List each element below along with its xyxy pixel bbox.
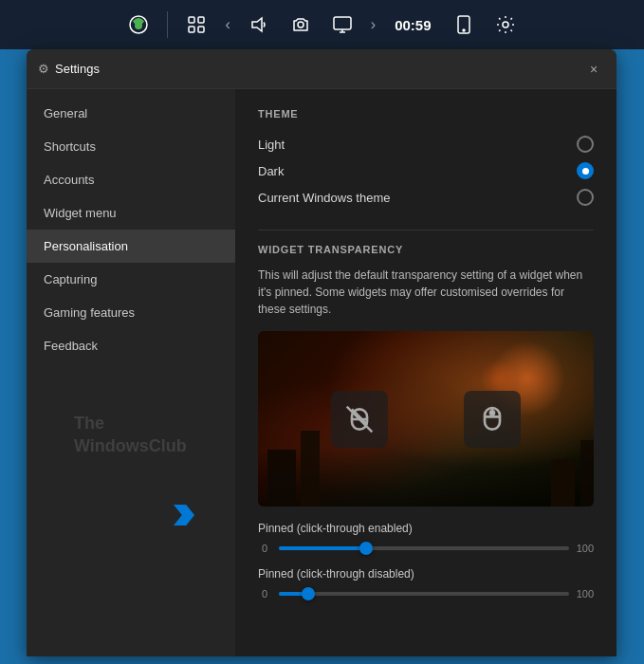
slider-disabled-label: Pinned (click-through disabled) xyxy=(258,567,594,581)
slider-pinned-enabled: Pinned (click-through enabled) 0 100 xyxy=(258,522,594,554)
svg-rect-3 xyxy=(198,17,204,23)
section-divider-1 xyxy=(258,230,594,231)
slider-enabled-min: 0 xyxy=(258,543,271,554)
svg-rect-2 xyxy=(189,17,194,23)
svg-point-17 xyxy=(490,411,494,415)
widget-mouse-disabled xyxy=(331,391,388,448)
sidebar-item-personalisation[interactable]: Personalisation xyxy=(27,230,235,263)
theme-windows-label: Current Windows theme xyxy=(258,191,390,205)
sidebar: General Shortcuts Accounts Widget menu P… xyxy=(27,89,235,656)
svg-point-10 xyxy=(463,29,465,31)
slider-enabled-fill xyxy=(279,546,366,550)
sidebar-item-feedback[interactable]: Feedback xyxy=(27,329,235,362)
svg-rect-5 xyxy=(198,27,204,32)
slider-disabled-max: 100 xyxy=(577,588,594,599)
windows-club-logo xyxy=(174,505,194,526)
slider-disabled-track[interactable] xyxy=(279,592,569,596)
main-content: THEME Light Dark Current Windows theme xyxy=(235,89,616,656)
svg-rect-8 xyxy=(334,17,351,29)
xbox-icon[interactable] xyxy=(121,8,156,42)
watermark: The WindowsClub xyxy=(74,413,187,457)
close-button[interactable]: × xyxy=(582,58,605,81)
slider-pinned-disabled: Pinned (click-through disabled) 0 100 xyxy=(258,567,594,599)
separator-1 xyxy=(167,11,168,38)
transparency-description: This will adjust the default transparenc… xyxy=(258,267,594,318)
settings-title: Settings xyxy=(55,62,582,76)
settings-header: ⚙ Settings × xyxy=(27,49,616,89)
preview-container xyxy=(258,331,594,507)
svg-point-7 xyxy=(298,22,304,28)
slider-disabled-min: 0 xyxy=(258,588,271,599)
theme-windows-radio[interactable] xyxy=(577,189,594,206)
taskbar: ‹ › 00:59 xyxy=(0,0,644,49)
grid-icon[interactable] xyxy=(179,8,213,42)
slider-enabled-track[interactable] xyxy=(279,546,569,550)
settings-panel: ⚙ Settings × General Shortcuts Accounts … xyxy=(27,49,616,656)
svg-marker-6 xyxy=(252,18,262,31)
theme-dark-radio[interactable] xyxy=(577,162,594,179)
settings-header-icon: ⚙ xyxy=(38,62,49,76)
theme-light-option[interactable]: Light xyxy=(258,131,594,157)
slider-disabled-row: 0 100 xyxy=(258,588,594,599)
settings-gear-icon[interactable] xyxy=(488,8,523,42)
sidebar-item-gaming-features[interactable]: Gaming features xyxy=(27,296,235,329)
theme-dark-option[interactable]: Dark xyxy=(258,157,594,184)
preview-widgets xyxy=(258,331,594,507)
slider-disabled-thumb[interactable] xyxy=(302,587,315,600)
theme-light-label: Light xyxy=(258,138,285,152)
sidebar-item-widget-menu[interactable]: Widget menu xyxy=(27,196,235,230)
theme-options: Light Dark Current Windows theme xyxy=(258,131,594,211)
slider-enabled-label: Pinned (click-through enabled) xyxy=(258,522,594,535)
taskbar-time: 00:59 xyxy=(387,17,438,33)
widget-mouse-enabled xyxy=(464,391,521,448)
theme-section-label: THEME xyxy=(258,108,594,120)
svg-rect-4 xyxy=(189,27,194,32)
capture-icon[interactable] xyxy=(284,8,318,42)
svg-point-1 xyxy=(135,22,142,29)
sidebar-item-accounts[interactable]: Accounts xyxy=(27,163,235,196)
back-icon[interactable]: ‹ xyxy=(221,12,233,37)
theme-light-radio[interactable] xyxy=(577,136,594,153)
settings-body: General Shortcuts Accounts Widget menu P… xyxy=(27,89,616,656)
svg-point-11 xyxy=(503,22,508,28)
display-icon[interactable] xyxy=(325,8,359,42)
volume-icon[interactable] xyxy=(242,8,276,42)
sidebar-item-general[interactable]: General xyxy=(27,97,235,130)
sidebar-item-capturing[interactable]: Capturing xyxy=(27,263,235,296)
theme-dark-label: Dark xyxy=(258,164,284,178)
forward-icon[interactable]: › xyxy=(367,12,379,37)
slider-enabled-thumb[interactable] xyxy=(359,542,373,555)
transparency-section-label: WIDGET TRANSPARENCY xyxy=(258,244,594,255)
sidebar-item-shortcuts[interactable]: Shortcuts xyxy=(27,130,235,163)
theme-windows-option[interactable]: Current Windows theme xyxy=(258,184,594,211)
slider-enabled-row: 0 100 xyxy=(258,543,594,554)
phone-icon[interactable] xyxy=(447,8,481,42)
slider-enabled-max: 100 xyxy=(577,543,594,554)
